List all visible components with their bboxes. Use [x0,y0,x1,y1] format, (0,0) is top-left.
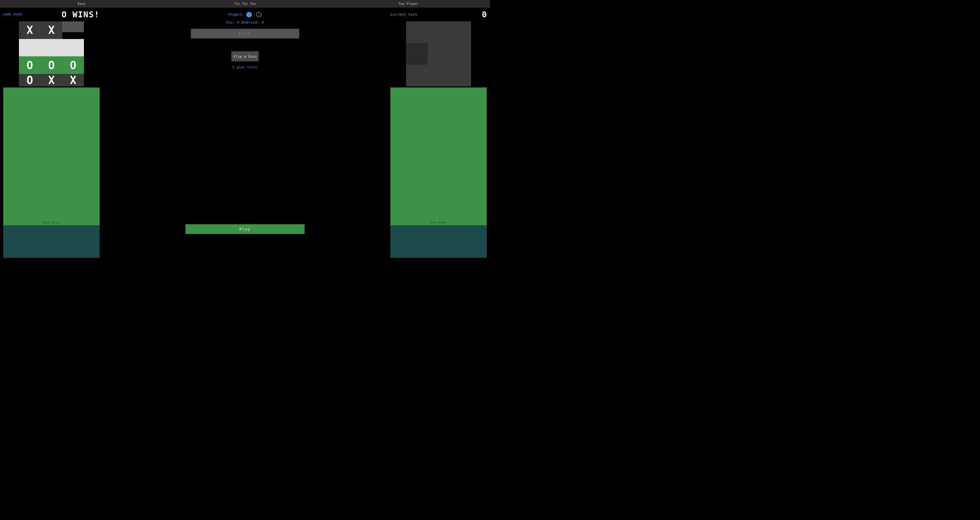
winner-title: O WINS! [62,10,100,19]
player2-circle[interactable]: 2 [256,12,261,18]
right-cell-0-0[interactable] [406,21,428,43]
right-cell-2-2[interactable] [449,65,471,86]
right-header: Current turn 0 [390,10,487,19]
right-cell-2-0[interactable] [406,65,428,86]
right-board [406,21,471,86]
you-android-label: You: X Android: O [226,21,264,24]
right-cell-1-1[interactable] [428,43,449,65]
cell-3-0[interactable]: O [19,74,41,86]
cell-0-2[interactable] [62,21,84,32]
cell-2-0[interactable]: O [19,56,41,74]
cell-2-2[interactable]: O [62,56,84,74]
right-teal-area [390,225,487,258]
players-label: Players [229,13,242,16]
flip-coin-button[interactable]: Flip a Coin [231,51,259,61]
right-new-game-label: New Game [430,221,447,224]
tab-twoplayer[interactable]: Two Player [327,0,490,7]
players-row: Players 1 2 [229,12,262,18]
cell-1-1[interactable] [41,39,62,57]
right-cell-0-2[interactable] [449,21,471,43]
left-board: X X O O O O X X [19,21,84,86]
cell-3-2[interactable]: X [62,74,84,86]
player1-circle[interactable]: 1 [247,12,252,18]
tab-bar: Easy Tic Tac Toe Two Player [0,0,490,8]
center-top: Players 1 2 You: X Android: O EASY [114,12,376,69]
left-teal-area [3,225,100,258]
cell-3-1[interactable]: X [41,74,62,86]
center-panel: Players 1 2 You: X Android: O EASY [103,8,387,260]
player2-num: 2 [258,13,259,16]
left-green-area: New Game [3,88,100,225]
turn-score: 0 [482,10,487,19]
left-header: GAME OVER O WINS! [3,10,100,19]
right-panel: Current turn 0 New Game [387,8,490,260]
right-cell-0-1[interactable] [428,21,449,43]
left-board-container: X X O O O O X X [19,21,84,86]
right-cell-1-0[interactable] [406,43,428,65]
cell-1-0[interactable] [19,39,41,57]
play-button[interactable]: Play [185,224,305,234]
player1-indicator: 1 [247,12,252,18]
cell-0-1[interactable]: X [41,21,62,39]
current-turn-label: Current turn [390,13,417,16]
tab-easy[interactable]: Easy [0,0,164,7]
player1-num: 1 [248,13,250,16]
cell-0-0[interactable]: X [19,21,41,39]
difficulty-bar[interactable]: EASY [191,29,299,38]
right-bottom: New Game [390,88,487,258]
difficulty-label: EASY [239,32,251,36]
left-panel: GAME OVER O WINS! X X O O O O X X [0,8,103,260]
cell-2-1[interactable]: O [41,56,62,74]
player2-indicator: 2 [256,12,261,18]
x-goes-first-label: X goes first [232,65,257,69]
cell-1-2[interactable] [62,39,84,57]
tab-tictactoe[interactable]: Tic Tac Toe [164,0,327,7]
main-content: GAME OVER O WINS! X X O O O O X X [0,8,490,260]
right-green-area: New Game [390,88,487,225]
right-cell-2-1[interactable] [428,65,449,86]
left-bottom: New Game [3,88,100,258]
game-over-label: GAME OVER [3,13,22,16]
left-new-game-label: New Game [43,221,60,224]
right-cell-1-2[interactable] [449,43,471,65]
